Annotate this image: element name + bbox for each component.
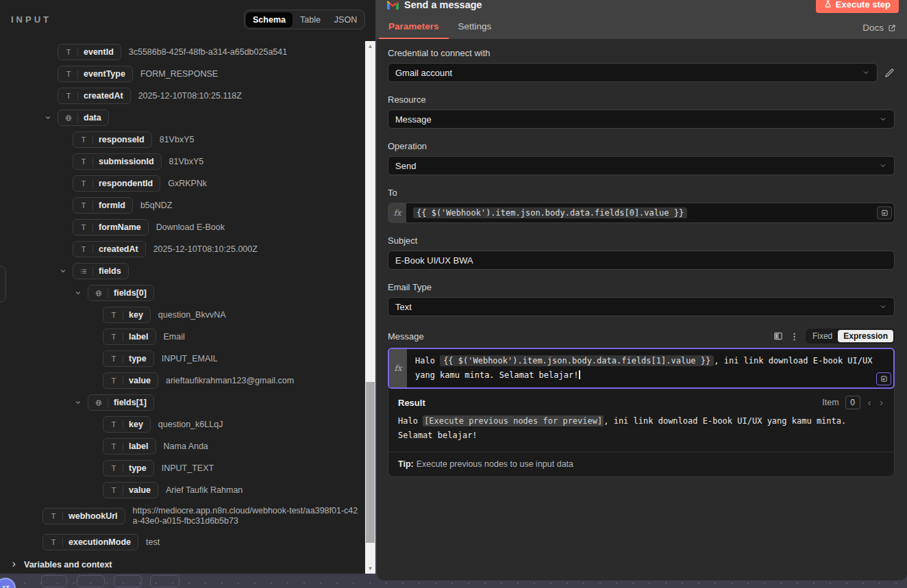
schema-field-row[interactable]: fields [0, 260, 364, 282]
string-type-icon: T [110, 464, 117, 472]
field-pill[interactable]: Tlabel [103, 438, 156, 455]
expression-result-panel: Result Item 0 ‹ › Halo [Execute previous… [388, 389, 895, 477]
result-preview-text: Halo [Execute previous nodes for preview… [388, 411, 894, 452]
schema-field-row[interactable]: TwebhookUrlhttps://mediocre.app.n8n.clou… [0, 501, 364, 531]
chevron-down-icon[interactable] [73, 287, 84, 298]
schema-field-row[interactable]: TresponseId81VbxY5 [0, 129, 364, 151]
field-pill[interactable]: TformId [73, 197, 133, 214]
field-pill[interactable]: Ttype [103, 350, 154, 367]
variables-and-context-row[interactable]: Variables and context [0, 555, 364, 574]
open-expression-editor-icon[interactable] [876, 372, 891, 385]
scrollbar-thumb[interactable] [366, 382, 375, 543]
tab-json[interactable]: JSON [328, 12, 363, 27]
open-expression-editor-icon[interactable] [877, 207, 892, 220]
schema-field-row[interactable]: data [0, 107, 364, 129]
variables-and-context-label: Variables and context [24, 560, 112, 570]
item-index-input[interactable]: 0 [845, 396, 860, 409]
schema-field-row[interactable]: Tvaluearieftaufikrahman123@gmail.com [0, 370, 364, 392]
schema-field-row[interactable]: TeventTypeFORM_RESPONSE [0, 63, 364, 85]
to-expression-field[interactable]: fx {{ $('Webhook').item.json.body.data.f… [388, 203, 895, 223]
execute-step-button[interactable]: Execute step [816, 0, 899, 13]
resource-select[interactable]: Message [388, 110, 895, 129]
subject-label: Subject [388, 235, 895, 246]
field-pill[interactable]: TexecutionMode [42, 534, 138, 550]
schema-field-row[interactable]: TcreatedAt2025-12-10T08:10:25.118Z [0, 85, 364, 107]
field-pill[interactable]: fields [73, 263, 129, 279]
tab-table[interactable]: Table [293, 12, 328, 27]
schema-field-row[interactable]: Tkeyquestion_k6LLqJ [0, 413, 364, 435]
pill-divider [62, 538, 63, 547]
field-pill[interactable]: Tkey [103, 307, 151, 323]
tab-parameters[interactable]: Parameters [379, 21, 449, 39]
field-pill[interactable]: fields[1] [88, 394, 154, 411]
previous-item-icon[interactable]: ‹ [867, 398, 873, 407]
field-pill[interactable]: TwebhookUrl [42, 508, 125, 524]
schema-field-row[interactable]: TformNameDownload E-Book [0, 216, 364, 238]
scroll-up-icon[interactable]: ▲ [365, 43, 375, 49]
field-pill[interactable]: TeventId [58, 44, 121, 60]
chevron-down-icon[interactable] [73, 397, 84, 408]
field-pill[interactable]: TeventType [58, 66, 133, 82]
pill-divider [92, 136, 93, 144]
schema-field-row[interactable]: TexecutionModetest [0, 531, 364, 553]
string-type-icon: T [110, 420, 117, 429]
field-pill[interactable]: fields[0] [88, 285, 154, 301]
message-editor-text[interactable]: Halo {{ $('Webhook').item.json.body.data… [407, 349, 893, 387]
schema-field-row[interactable]: fields[0] [0, 282, 364, 304]
credential-select[interactable]: Gmail account [388, 63, 878, 82]
chevron-down-icon[interactable] [42, 112, 53, 123]
pill-divider [92, 245, 93, 254]
tab-schema[interactable]: Schema [246, 12, 293, 27]
schema-field-row[interactable]: TcreatedAt2025-12-10T08:10:25.000Z [0, 238, 364, 260]
scroll-down-icon[interactable]: ▼ [365, 565, 375, 572]
result-label: Result [398, 398, 425, 408]
schema-field-row[interactable]: TformIdb5qNDZ [0, 194, 364, 216]
chevron-down-icon[interactable] [58, 266, 69, 277]
subject-input[interactable]: E-Book UI/UX BWA [388, 251, 895, 270]
canvas-node-outline [114, 575, 142, 587]
kebab-menu-icon[interactable]: ⋮ [790, 331, 799, 342]
panel-edge-handle[interactable] [0, 266, 6, 303]
toggle-fixed[interactable]: Fixed [807, 330, 838, 342]
field-pill[interactable]: Ttype [103, 460, 154, 476]
field-pill[interactable]: TcreatedAt [73, 241, 146, 257]
schema-field-row[interactable]: TvalueArief Taufik Rahman [0, 479, 364, 501]
schema-field-row[interactable]: Tkeyquestion_BkvvNA [0, 304, 364, 326]
operation-select[interactable]: Send [388, 156, 895, 175]
field-pill[interactable]: Tvalue [103, 482, 158, 498]
tip-row: Tip:Execute previous nodes to use input … [388, 452, 894, 476]
edit-credential-icon[interactable] [884, 68, 895, 78]
field-pill[interactable]: TcreatedAt [58, 88, 131, 104]
message-expression-editor[interactable]: fx Halo {{ $('Webhook').item.json.body.d… [388, 348, 895, 389]
user-avatar[interactable]: AT [0, 578, 16, 588]
field-pill[interactable]: data [58, 110, 109, 126]
field-pill[interactable]: TrespondentId [73, 175, 160, 192]
string-type-icon: T [110, 486, 117, 494]
pill-divider [77, 92, 78, 101]
email-type-label: Email Type [388, 282, 895, 292]
resource-value: Message [395, 114, 432, 125]
next-item-icon[interactable]: › [878, 398, 884, 407]
field-value: question_BkvvNA [158, 310, 226, 320]
docs-link[interactable]: Docs [862, 23, 896, 33]
schema-field-row[interactable]: fields[1] [0, 392, 364, 413]
schema-field-row[interactable]: TlabelEmail [0, 326, 364, 348]
schema-field-row[interactable]: TtypeINPUT_TEXT [0, 457, 364, 479]
schema-field-row[interactable]: TlabelNama Anda [0, 435, 364, 457]
field-pill[interactable]: TformName [73, 219, 149, 235]
schema-field-row[interactable]: TsubmissionId81VbxY5 [0, 151, 364, 172]
field-name: eventId [84, 47, 114, 57]
schema-field-row[interactable]: TtypeINPUT_EMAIL [0, 348, 364, 370]
field-pill[interactable]: Tkey [103, 416, 151, 433]
schema-scrollbar[interactable]: ▲ ▼ [365, 41, 375, 574]
email-type-select[interactable]: Text [388, 297, 895, 316]
field-pill[interactable]: TresponseId [73, 131, 152, 148]
schema-field-row[interactable]: TeventId3c5586b8-425f-48fb-a314-a65db025… [0, 41, 364, 63]
field-pill[interactable]: Tvalue [103, 372, 158, 389]
schema-field-row[interactable]: TrespondentIdGxRKPNk [0, 172, 364, 194]
field-pill[interactable]: TsubmissionId [73, 153, 162, 170]
split-panels-icon[interactable] [773, 331, 783, 341]
field-pill[interactable]: Tlabel [103, 329, 156, 345]
toggle-expression[interactable]: Expression [838, 330, 893, 342]
tab-settings[interactable]: Settings [449, 21, 501, 39]
